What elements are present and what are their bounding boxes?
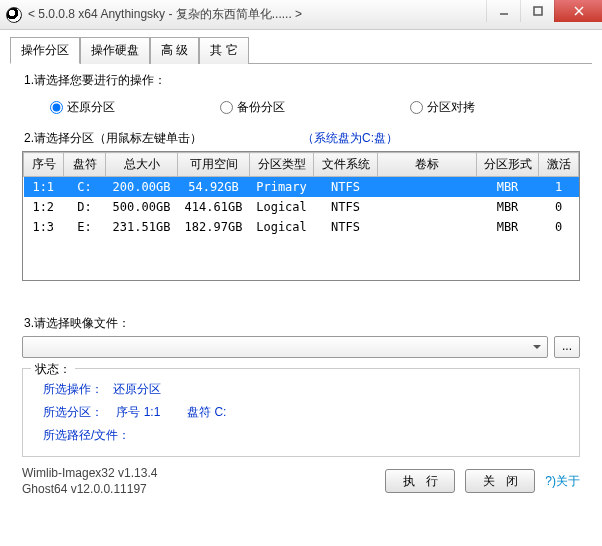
cell-total: 200.00GB — [106, 177, 178, 198]
radio-restore-label: 还原分区 — [67, 99, 115, 116]
tab-other[interactable]: 其 它 — [199, 37, 248, 64]
window-controls — [486, 0, 602, 29]
wimlib-version: Wimlib-Imagex32 v1.13.4 — [22, 465, 157, 481]
cell-active: 1 — [539, 177, 579, 198]
th-drive: 盘符 — [64, 153, 106, 177]
cell-seq: 1:1 — [24, 177, 64, 198]
svg-rect-1 — [534, 7, 542, 15]
tab-bar: 操作分区 操作硬盘 高 级 其 它 — [10, 36, 592, 64]
footer: Wimlib-Imagex32 v1.13.4 Ghost64 v12.0.0.… — [10, 457, 592, 497]
cell-ptype: Logical — [250, 197, 314, 217]
cell-label — [378, 197, 477, 217]
image-file-combo[interactable] — [22, 336, 548, 358]
cell-free: 54.92GB — [178, 177, 250, 198]
table-row[interactable]: 1:2D:500.00GB414.61GBLogicalNTFSMBR0 — [24, 197, 579, 217]
image-file-row: ... — [22, 336, 580, 358]
cell-scheme: MBR — [477, 197, 539, 217]
step1-label: 1.请选择您要进行的操作： — [24, 72, 592, 89]
th-seq: 序号 — [24, 153, 64, 177]
radio-backup[interactable]: 备份分区 — [220, 99, 410, 116]
footer-buttons: 执 行 关 闭 ?)关于 — [385, 469, 580, 493]
close-button[interactable]: 关 闭 — [465, 469, 535, 493]
radio-clone-input[interactable] — [410, 101, 423, 114]
version-info: Wimlib-Imagex32 v1.13.4 Ghost64 v12.0.0.… — [22, 465, 157, 497]
th-label: 卷标 — [378, 153, 477, 177]
cell-scheme: MBR — [477, 217, 539, 237]
about-link[interactable]: ?)关于 — [545, 473, 580, 490]
status-partition: 所选分区： 序号 1:1 盘符 C: — [43, 404, 569, 421]
title-bar: < 5.0.0.8 x64 Anythingsky - 复杂的东西简单化....… — [0, 0, 602, 30]
step2-header: 2.请选择分区（用鼠标左键单击） （系统盘为C:盘） — [24, 130, 592, 147]
close-window-button[interactable] — [554, 0, 602, 22]
maximize-button[interactable] — [520, 0, 554, 22]
tab-partition-ops[interactable]: 操作分区 — [10, 37, 80, 64]
cell-active: 0 — [539, 197, 579, 217]
cell-total: 231.51GB — [106, 217, 178, 237]
cell-ptype: Logical — [250, 217, 314, 237]
th-scheme: 分区形式 — [477, 153, 539, 177]
th-ptype: 分区类型 — [250, 153, 314, 177]
cell-active: 0 — [539, 217, 579, 237]
tab-advanced[interactable]: 高 级 — [150, 37, 199, 64]
operation-radios: 还原分区 备份分区 分区对拷 — [10, 95, 592, 126]
step2-label: 2.请选择分区（用鼠标左键单击） — [24, 130, 202, 147]
status-box: 状态： 所选操作：还原分区 所选分区： 序号 1:1 盘符 C: 所选路径/文件… — [22, 368, 580, 457]
table-header-row: 序号 盘符 总大小 可用空间 分区类型 文件系统 卷标 分区形式 激活 — [24, 153, 579, 177]
cell-drive: E: — [64, 217, 106, 237]
th-free: 可用空间 — [178, 153, 250, 177]
content-area: 操作分区 操作硬盘 高 级 其 它 1.请选择您要进行的操作： 还原分区 备份分… — [0, 30, 602, 505]
cell-free: 414.61GB — [178, 197, 250, 217]
cell-drive: D: — [64, 197, 106, 217]
partition-table[interactable]: 序号 盘符 总大小 可用空间 分区类型 文件系统 卷标 分区形式 激活 1:1C… — [22, 151, 580, 281]
cell-fs: NTFS — [314, 197, 378, 217]
th-total: 总大小 — [106, 153, 178, 177]
step3-label: 3.请选择映像文件： — [24, 315, 592, 332]
cell-fs: NTFS — [314, 217, 378, 237]
app-icon — [6, 7, 22, 23]
cell-seq: 1:3 — [24, 217, 64, 237]
radio-clone-label: 分区对拷 — [427, 99, 475, 116]
ghost-version: Ghost64 v12.0.0.11197 — [22, 481, 157, 497]
cell-drive: C: — [64, 177, 106, 198]
cell-total: 500.00GB — [106, 197, 178, 217]
status-operation: 所选操作：还原分区 — [43, 381, 569, 398]
radio-restore-input[interactable] — [50, 101, 63, 114]
tab-disk-ops[interactable]: 操作硬盘 — [80, 37, 150, 64]
th-active: 激活 — [539, 153, 579, 177]
cell-seq: 1:2 — [24, 197, 64, 217]
th-fs: 文件系统 — [314, 153, 378, 177]
cell-fs: NTFS — [314, 177, 378, 198]
radio-restore[interactable]: 还原分区 — [50, 99, 220, 116]
cell-label — [378, 177, 477, 198]
cell-label — [378, 217, 477, 237]
browse-button[interactable]: ... — [554, 336, 580, 358]
radio-clone[interactable]: 分区对拷 — [410, 99, 475, 116]
radio-backup-label: 备份分区 — [237, 99, 285, 116]
minimize-button[interactable] — [486, 0, 520, 22]
table-row[interactable]: 1:1C:200.00GB54.92GBPrimaryNTFSMBR1 — [24, 177, 579, 198]
status-path: 所选路径/文件： — [43, 427, 569, 444]
table-row[interactable]: 1:3E:231.51GB182.97GBLogicalNTFSMBR0 — [24, 217, 579, 237]
cell-ptype: Primary — [250, 177, 314, 198]
window-title: < 5.0.0.8 x64 Anythingsky - 复杂的东西简单化....… — [28, 6, 486, 23]
run-button[interactable]: 执 行 — [385, 469, 455, 493]
cell-free: 182.97GB — [178, 217, 250, 237]
status-title: 状态： — [31, 361, 75, 378]
cell-scheme: MBR — [477, 177, 539, 198]
radio-backup-input[interactable] — [220, 101, 233, 114]
system-disk-hint: （系统盘为C:盘） — [302, 130, 398, 147]
